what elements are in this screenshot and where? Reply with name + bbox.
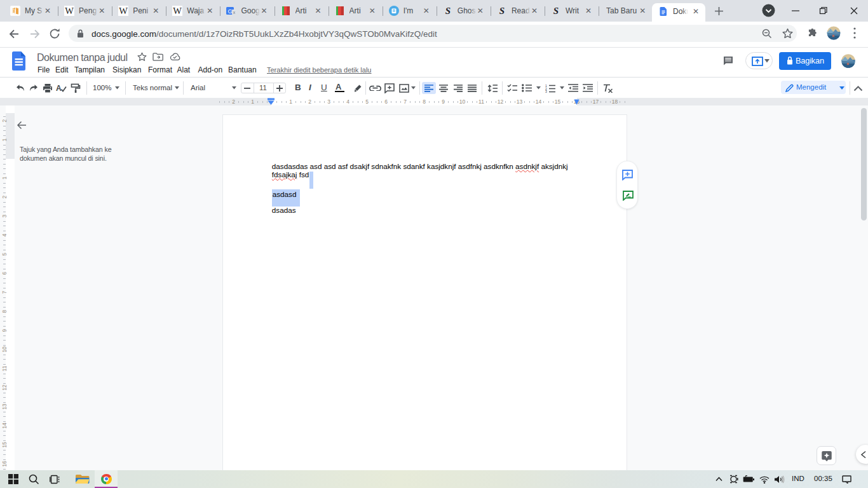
svg-text:W: W: [119, 6, 128, 16]
svg-text:W: W: [65, 6, 74, 16]
svg-text:3: 3: [545, 90, 547, 93]
svg-text:A: A: [56, 84, 62, 93]
svg-text:W: W: [173, 6, 182, 16]
svg-text:G: G: [228, 8, 233, 15]
svg-text:S: S: [553, 6, 559, 16]
svg-text:x: x: [233, 10, 236, 15]
svg-text:S: S: [499, 6, 505, 16]
svg-text:S: S: [445, 6, 451, 16]
